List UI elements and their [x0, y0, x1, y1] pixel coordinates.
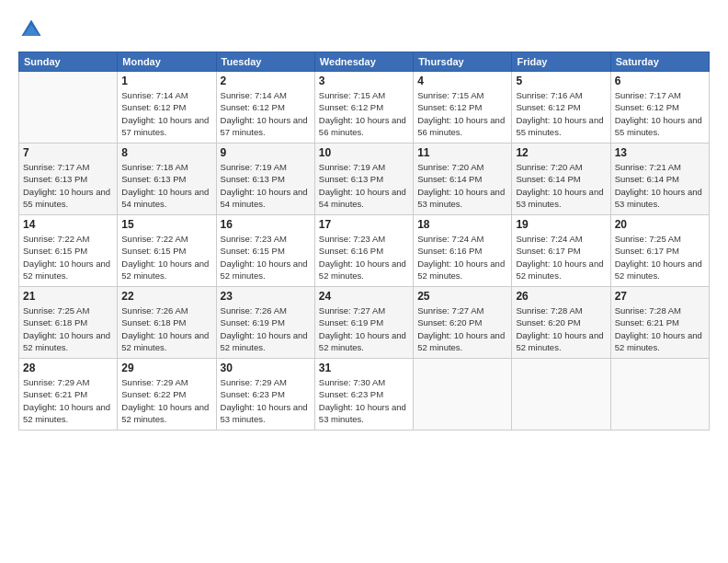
day-number: 1	[121, 75, 211, 87]
day-number: 30	[221, 362, 311, 374]
day-number: 14	[23, 218, 113, 231]
calendar-week-row: 1Sunrise: 7:14 AMSunset: 6:12 PMDaylight…	[19, 72, 710, 144]
logo	[18, 17, 48, 42]
calendar-cell: 22Sunrise: 7:26 AMSunset: 6:18 PMDayligh…	[118, 287, 216, 359]
calendar-cell: 27Sunrise: 7:28 AMSunset: 6:21 PMDayligh…	[610, 287, 709, 359]
weekday-header-wednesday: Wednesday	[314, 52, 413, 72]
calendar-cell: 2Sunrise: 7:14 AMSunset: 6:12 PMDaylight…	[216, 72, 314, 144]
day-number: 19	[516, 218, 606, 231]
day-info: Sunrise: 7:23 AMSunset: 6:15 PMDaylight:…	[221, 233, 311, 282]
day-info: Sunrise: 7:15 AMSunset: 6:12 PMDaylight:…	[417, 89, 507, 138]
day-number: 22	[121, 290, 211, 303]
calendar-cell: 31Sunrise: 7:30 AMSunset: 6:23 PMDayligh…	[314, 359, 413, 431]
day-number: 15	[121, 218, 211, 231]
day-number: 31	[319, 362, 409, 374]
day-info: Sunrise: 7:24 AMSunset: 6:17 PMDaylight:…	[516, 233, 606, 282]
calendar-cell: 19Sunrise: 7:24 AMSunset: 6:17 PMDayligh…	[512, 215, 610, 287]
day-info: Sunrise: 7:29 AMSunset: 6:23 PMDaylight:…	[221, 376, 311, 425]
day-info: Sunrise: 7:15 AMSunset: 6:12 PMDaylight:…	[319, 89, 409, 138]
calendar-cell	[512, 359, 610, 431]
day-number: 4	[417, 75, 507, 87]
calendar-week-row: 21Sunrise: 7:25 AMSunset: 6:18 PMDayligh…	[19, 287, 710, 359]
day-number: 28	[23, 362, 113, 374]
day-number: 7	[23, 146, 113, 159]
calendar-cell	[610, 359, 709, 431]
day-number: 6	[615, 75, 705, 87]
weekday-header-saturday: Saturday	[610, 52, 709, 72]
day-number: 10	[319, 146, 409, 159]
day-number: 9	[221, 146, 311, 159]
day-number: 27	[615, 290, 705, 303]
day-info: Sunrise: 7:27 AMSunset: 6:19 PMDaylight:…	[319, 304, 409, 353]
calendar-cell: 1Sunrise: 7:14 AMSunset: 6:12 PMDaylight…	[118, 72, 216, 144]
day-number: 24	[319, 290, 409, 303]
calendar-table: SundayMondayTuesdayWednesdayThursdayFrid…	[18, 52, 710, 431]
calendar-header-row: SundayMondayTuesdayWednesdayThursdayFrid…	[19, 52, 710, 72]
day-info: Sunrise: 7:22 AMSunset: 6:15 PMDaylight:…	[121, 233, 211, 282]
day-info: Sunrise: 7:19 AMSunset: 6:13 PMDaylight:…	[221, 161, 311, 210]
calendar-cell: 28Sunrise: 7:29 AMSunset: 6:21 PMDayligh…	[19, 359, 118, 431]
day-info: Sunrise: 7:29 AMSunset: 6:22 PMDaylight:…	[121, 376, 211, 425]
day-number: 8	[121, 146, 211, 159]
day-info: Sunrise: 7:23 AMSunset: 6:16 PMDaylight:…	[319, 233, 409, 282]
day-info: Sunrise: 7:28 AMSunset: 6:21 PMDaylight:…	[615, 304, 705, 353]
weekday-header-thursday: Thursday	[414, 52, 512, 72]
day-number: 20	[615, 218, 705, 231]
calendar-week-row: 14Sunrise: 7:22 AMSunset: 6:15 PMDayligh…	[19, 215, 710, 287]
day-info: Sunrise: 7:26 AMSunset: 6:18 PMDaylight:…	[121, 304, 211, 353]
calendar-cell: 13Sunrise: 7:21 AMSunset: 6:14 PMDayligh…	[610, 144, 709, 215]
day-number: 12	[516, 146, 606, 159]
weekday-header-tuesday: Tuesday	[216, 52, 314, 72]
day-info: Sunrise: 7:28 AMSunset: 6:20 PMDaylight:…	[516, 304, 606, 353]
weekday-header-monday: Monday	[118, 52, 216, 72]
calendar-week-row: 7Sunrise: 7:17 AMSunset: 6:13 PMDaylight…	[19, 144, 710, 215]
calendar-cell: 17Sunrise: 7:23 AMSunset: 6:16 PMDayligh…	[314, 215, 413, 287]
calendar-cell: 18Sunrise: 7:24 AMSunset: 6:16 PMDayligh…	[414, 215, 512, 287]
calendar-cell: 11Sunrise: 7:20 AMSunset: 6:14 PMDayligh…	[414, 144, 512, 215]
day-number: 25	[417, 290, 507, 303]
calendar-cell: 3Sunrise: 7:15 AMSunset: 6:12 PMDaylight…	[314, 72, 413, 144]
day-info: Sunrise: 7:25 AMSunset: 6:17 PMDaylight:…	[615, 233, 705, 282]
day-info: Sunrise: 7:20 AMSunset: 6:14 PMDaylight:…	[516, 161, 606, 210]
calendar-cell: 15Sunrise: 7:22 AMSunset: 6:15 PMDayligh…	[118, 215, 216, 287]
day-number: 3	[319, 75, 409, 87]
calendar-cell: 8Sunrise: 7:18 AMSunset: 6:13 PMDaylight…	[118, 144, 216, 215]
day-number: 21	[23, 290, 113, 303]
day-info: Sunrise: 7:17 AMSunset: 6:13 PMDaylight:…	[23, 161, 113, 210]
calendar-cell: 30Sunrise: 7:29 AMSunset: 6:23 PMDayligh…	[216, 359, 314, 431]
day-number: 13	[615, 146, 705, 159]
logo-icon	[18, 17, 44, 42]
day-number: 18	[417, 218, 507, 231]
calendar-cell	[19, 72, 118, 144]
calendar-cell: 23Sunrise: 7:26 AMSunset: 6:19 PMDayligh…	[216, 287, 314, 359]
day-info: Sunrise: 7:30 AMSunset: 6:23 PMDaylight:…	[319, 376, 409, 425]
day-info: Sunrise: 7:16 AMSunset: 6:12 PMDaylight:…	[516, 89, 606, 138]
day-number: 23	[221, 290, 311, 303]
header	[18, 17, 710, 42]
calendar-cell: 12Sunrise: 7:20 AMSunset: 6:14 PMDayligh…	[512, 144, 610, 215]
calendar-cell: 24Sunrise: 7:27 AMSunset: 6:19 PMDayligh…	[314, 287, 413, 359]
calendar-week-row: 28Sunrise: 7:29 AMSunset: 6:21 PMDayligh…	[19, 359, 710, 431]
day-number: 2	[221, 75, 311, 87]
day-info: Sunrise: 7:17 AMSunset: 6:12 PMDaylight:…	[615, 89, 705, 138]
day-info: Sunrise: 7:26 AMSunset: 6:19 PMDaylight:…	[221, 304, 311, 353]
calendar-cell: 20Sunrise: 7:25 AMSunset: 6:17 PMDayligh…	[610, 215, 709, 287]
day-number: 17	[319, 218, 409, 231]
page: SundayMondayTuesdayWednesdayThursdayFrid…	[0, 0, 728, 563]
weekday-header-sunday: Sunday	[19, 52, 118, 72]
calendar-cell: 25Sunrise: 7:27 AMSunset: 6:20 PMDayligh…	[414, 287, 512, 359]
day-info: Sunrise: 7:18 AMSunset: 6:13 PMDaylight:…	[121, 161, 211, 210]
calendar-cell: 9Sunrise: 7:19 AMSunset: 6:13 PMDaylight…	[216, 144, 314, 215]
day-info: Sunrise: 7:14 AMSunset: 6:12 PMDaylight:…	[221, 89, 311, 138]
calendar-cell: 14Sunrise: 7:22 AMSunset: 6:15 PMDayligh…	[19, 215, 118, 287]
day-info: Sunrise: 7:25 AMSunset: 6:18 PMDaylight:…	[23, 304, 113, 353]
day-info: Sunrise: 7:14 AMSunset: 6:12 PMDaylight:…	[121, 89, 211, 138]
calendar-cell: 6Sunrise: 7:17 AMSunset: 6:12 PMDaylight…	[610, 72, 709, 144]
day-number: 11	[417, 146, 507, 159]
day-info: Sunrise: 7:27 AMSunset: 6:20 PMDaylight:…	[417, 304, 507, 353]
day-info: Sunrise: 7:21 AMSunset: 6:14 PMDaylight:…	[615, 161, 705, 210]
calendar-cell: 21Sunrise: 7:25 AMSunset: 6:18 PMDayligh…	[19, 287, 118, 359]
day-info: Sunrise: 7:29 AMSunset: 6:21 PMDaylight:…	[23, 376, 113, 425]
calendar-cell: 5Sunrise: 7:16 AMSunset: 6:12 PMDaylight…	[512, 72, 610, 144]
day-info: Sunrise: 7:24 AMSunset: 6:16 PMDaylight:…	[417, 233, 507, 282]
